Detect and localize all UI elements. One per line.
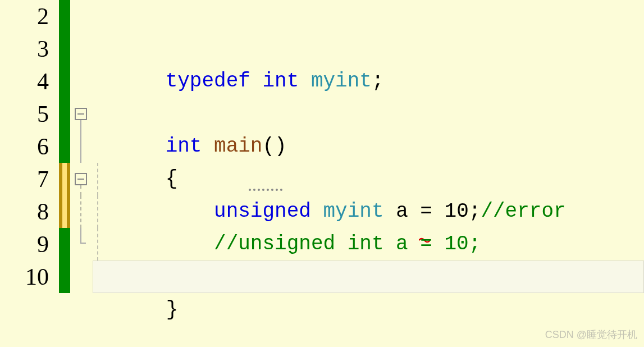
code-line[interactable]: unsigned myint a = 10;//error: [93, 163, 644, 195]
line-number: 2: [0, 0, 49, 33]
fold-spacer: [70, 65, 93, 98]
code-line[interactable]: return 0;: [93, 228, 644, 261]
change-marker-green: [59, 261, 70, 293]
fold-spacer: [70, 33, 93, 65]
code-line[interactable]: //unsigned int a = 10;: [93, 195, 644, 228]
error-squiggle-icon: [322, 189, 333, 194]
change-marker-yellow: [59, 163, 70, 195]
line-number: 5: [0, 98, 49, 130]
fold-column: [70, 0, 93, 347]
brace: }: [166, 298, 179, 321]
code-content[interactable]: typedef int myint; int main() { unsigned…: [93, 0, 644, 347]
line-number-gutter: 2 3 4 5 6 7 8 9 10: [0, 0, 59, 347]
minus-icon: [75, 108, 87, 120]
line-number: 7: [0, 163, 49, 195]
change-marker-green: [59, 98, 70, 130]
indent-guide: [97, 163, 98, 195]
code-editor: 2 3 4 5 6 7 8 9 10: [0, 0, 644, 347]
minus-icon: [75, 173, 87, 185]
line-number: 6: [0, 130, 49, 163]
change-marker-green: [59, 130, 70, 163]
fold-toggle[interactable]: [70, 98, 93, 130]
change-marker-yellow: [59, 195, 70, 228]
fold-line: [70, 228, 93, 261]
code-line-current[interactable]: }: [93, 261, 644, 293]
code-line[interactable]: {: [93, 130, 644, 163]
code-line[interactable]: typedef int myint;: [93, 33, 644, 65]
change-marker-green: [59, 65, 70, 98]
change-marker-green: [59, 0, 70, 33]
line-number: 8: [0, 195, 49, 228]
line-number: 9: [0, 228, 49, 261]
code-line[interactable]: [93, 65, 644, 98]
fold-spacer: [70, 261, 93, 293]
change-marker-green: [59, 228, 70, 261]
fold-line: [70, 195, 93, 228]
indent-guide: [97, 195, 98, 228]
line-number: 10: [0, 261, 49, 293]
fold-line: [70, 130, 93, 163]
line-number: 3: [0, 33, 49, 65]
fold-toggle[interactable]: [70, 163, 93, 195]
warning-underline-icon: [249, 189, 282, 191]
code-line[interactable]: [93, 0, 644, 33]
change-marker-green: [59, 33, 70, 65]
fold-spacer: [70, 0, 93, 33]
line-number: 4: [0, 65, 49, 98]
change-marker-bar: [59, 0, 70, 347]
watermark: CSDN @睡觉待开机: [545, 328, 637, 341]
indent-guide: [97, 228, 98, 261]
code-line[interactable]: int main(): [93, 98, 644, 130]
